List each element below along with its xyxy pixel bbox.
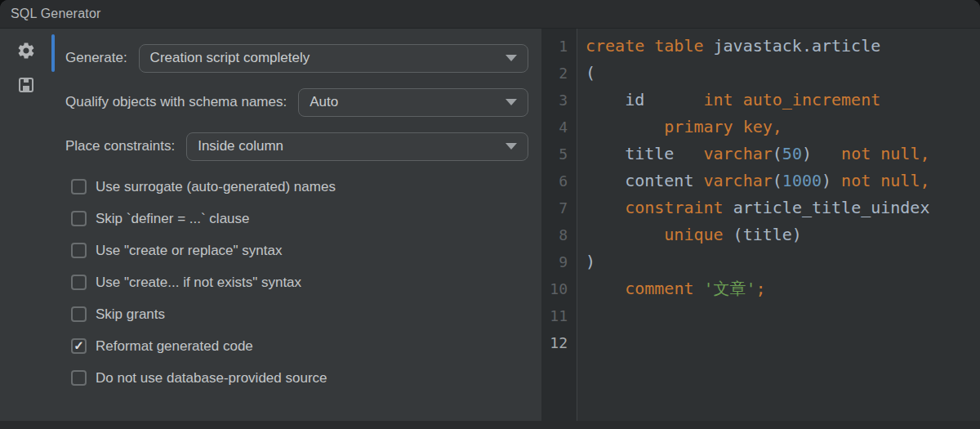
code-token: ( — [773, 144, 782, 163]
code-line: constraint article_title_uindex — [586, 194, 980, 221]
checkbox-row[interactable]: ✓ Use surrogate (auto-generated) names — [65, 176, 528, 198]
code-token: int auto_increment — [704, 90, 881, 109]
line-number: 5 — [541, 141, 577, 168]
option-row: Qualify objects with schema names: Auto — [65, 87, 528, 117]
checkbox[interactable]: ✓ — [71, 275, 87, 290]
checkbox-row[interactable]: ✓ Do not use database-provided source — [65, 367, 528, 389]
dropdown-selected-value: Auto — [310, 94, 506, 110]
code-line — [586, 302, 980, 329]
checkbox[interactable]: ✓ — [71, 179, 87, 194]
code-line: ) — [586, 248, 980, 275]
code-token — [693, 279, 703, 298]
code-line: comment '文章'; — [586, 275, 980, 302]
line-number: 6 — [541, 168, 577, 194]
code-token: '文章' — [704, 279, 756, 298]
line-number: 11 — [541, 302, 577, 329]
line-number: 9 — [541, 248, 577, 275]
code-line: primary key, — [586, 114, 980, 141]
code-area[interactable]: create table javastack.article( id int a… — [577, 29, 980, 421]
line-number: 2 — [541, 60, 577, 87]
checkbox-rows: ✓ Use surrogate (auto-generated) names ✓… — [65, 176, 528, 389]
line-number-gutter: 123456789101112 — [541, 29, 577, 421]
checkbox-row[interactable]: ✓ Use "create or replace" syntax — [65, 239, 528, 261]
dropdown-selected-value: Creation script completely — [150, 50, 506, 66]
bottom-divider — [0, 421, 980, 429]
option-label: Qualify objects with schema names: — [65, 94, 287, 110]
dropdown[interactable]: Inside column — [186, 132, 528, 161]
code-line: unique (title) — [586, 221, 980, 248]
code-line: create table javastack.article — [586, 33, 980, 60]
code-token: title — [586, 144, 704, 163]
checkbox-row[interactable]: ✓ Skip `definer = ...` clause — [65, 208, 528, 230]
code-token: varchar — [704, 144, 773, 163]
code-token: create table — [586, 36, 704, 56]
code-token — [586, 225, 664, 244]
line-number: 1 — [541, 33, 577, 60]
line-number: 12 — [541, 329, 577, 356]
checkbox-label: Use "create... if not exists" syntax — [96, 275, 301, 291]
code-token — [586, 279, 625, 298]
code-token: ) — [802, 144, 812, 163]
gear-icon — [16, 41, 36, 60]
option-row: Place constraints: Inside column — [65, 132, 528, 161]
code-token: 1000 — [782, 171, 822, 190]
checkbox-label: Skip grants — [96, 306, 165, 323]
checkbox[interactable]: ✓ — [71, 211, 87, 226]
checkbox-label: Use "create or replace" syntax — [96, 243, 282, 259]
checkbox[interactable]: ✓ — [71, 306, 87, 322]
checkbox[interactable]: ✓ — [71, 338, 87, 354]
option-row: Generate: Creation script completely — [65, 43, 528, 73]
code-token: not null, — [841, 171, 929, 190]
option-label: Place constraints: — [65, 138, 175, 154]
chevron-down-icon — [506, 99, 517, 105]
option-label: Generate: — [65, 50, 127, 66]
dialog-title: SQL Generator — [11, 7, 101, 21]
toolbar-rail — [0, 29, 51, 421]
settings-gear-icon[interactable] — [15, 39, 38, 62]
code-token: ( — [773, 171, 782, 190]
titlebar: SQL Generator — [0, 0, 980, 29]
line-number: 10 — [541, 275, 577, 302]
code-token: unique — [664, 225, 723, 244]
code-line: content varchar(1000) not null, — [586, 168, 980, 194]
code-line: title varchar(50) not null, — [586, 141, 980, 168]
dropdown[interactable]: Creation script completely — [139, 44, 528, 73]
options-panel: Generate: Creation script completely Qua… — [51, 29, 541, 421]
line-number: 8 — [541, 221, 577, 248]
checkbox-label: Skip `definer = ...` clause — [96, 211, 250, 227]
code-token: not null, — [841, 144, 929, 163]
code-token — [812, 144, 841, 163]
code-token: constraint — [625, 198, 723, 217]
line-number: 3 — [541, 87, 577, 114]
checkbox-label: Do not use database-provided source — [96, 370, 327, 387]
active-tool-indicator — [51, 34, 55, 72]
chevron-down-icon — [506, 55, 517, 61]
code-token — [831, 171, 841, 190]
code-token: id — [586, 90, 704, 109]
checkbox-row[interactable]: ✓ Use "create... if not exists" syntax — [65, 271, 528, 293]
save-icon[interactable] — [15, 74, 38, 96]
code-token: ; — [756, 279, 766, 298]
checkbox-label: Use surrogate (auto-generated) names — [96, 179, 336, 195]
code-token: comment — [625, 279, 693, 298]
code-token: ) — [586, 252, 595, 271]
checkbox[interactable]: ✓ — [71, 370, 87, 386]
dialog-body: Generate: Creation script completely Qua… — [0, 29, 980, 421]
code-token: content — [586, 171, 704, 190]
dropdown[interactable]: Auto — [298, 88, 528, 117]
floppy-disk-icon — [17, 76, 35, 94]
line-number: 7 — [541, 194, 577, 221]
code-line: ( — [586, 60, 980, 87]
code-token: primary key, — [664, 117, 782, 136]
checkbox[interactable]: ✓ — [71, 243, 87, 258]
code-token — [586, 198, 625, 217]
code-token: javastack.article — [704, 36, 881, 56]
code-token: ( — [586, 63, 595, 83]
code-token: article_title_uindex — [724, 198, 930, 217]
code-token: 50 — [782, 144, 802, 163]
checkbox-label: Reformat generated code — [96, 338, 253, 355]
code-token: (title) — [724, 225, 802, 244]
code-line — [586, 329, 980, 356]
checkbox-row[interactable]: ✓ Reformat generated code — [65, 335, 528, 357]
checkbox-row[interactable]: ✓ Skip grants — [65, 303, 528, 325]
